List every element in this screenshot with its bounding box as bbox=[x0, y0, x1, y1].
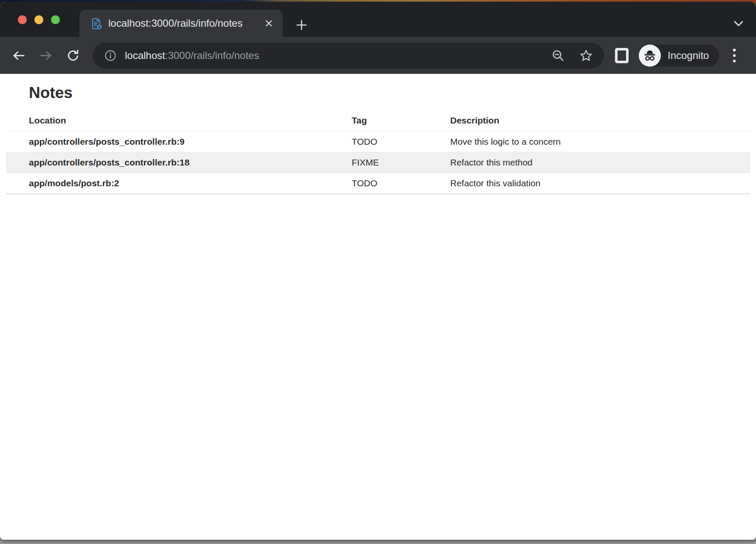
magnifier-minus-icon[interactable] bbox=[550, 47, 567, 64]
chevron-down-icon[interactable] bbox=[733, 20, 744, 28]
description-cell: Refactor this method bbox=[427, 152, 750, 173]
browser-window: localhost:3000/rails/info/notes bbox=[0, 2, 756, 540]
location-cell: app/controllers/posts_controller.rb:18 bbox=[6, 152, 329, 173]
incognito-label: Incognito bbox=[668, 50, 709, 62]
arrow-left-icon[interactable] bbox=[9, 46, 28, 65]
screen: localhost:3000/rails/info/notes bbox=[0, 0, 756, 544]
table-header: Location Tag Description bbox=[6, 102, 750, 132]
description-cell: Move this logic to a concern bbox=[427, 132, 750, 152]
incognito-icon bbox=[639, 45, 661, 67]
close-window-button[interactable] bbox=[18, 15, 27, 24]
location-cell: app/controllers/posts_controller.rb:9 bbox=[6, 132, 329, 152]
page-title: Notes bbox=[29, 84, 756, 102]
side-panel-glyph bbox=[615, 48, 629, 63]
table-row: app/controllers/posts_controller.rb:18 F… bbox=[6, 152, 750, 173]
star-icon[interactable] bbox=[578, 47, 595, 64]
incognito-badge[interactable]: Incognito bbox=[639, 45, 719, 67]
side-panel-square-icon[interactable] bbox=[612, 46, 631, 65]
browser-toolbar: localhost:3000/rails/info/notes bbox=[0, 37, 756, 74]
description-cell: Refactor this validation bbox=[427, 173, 750, 194]
url-path: :3000/rails/info/notes bbox=[165, 50, 259, 61]
web-page: Notes Location Tag Description bbox=[0, 74, 756, 540]
minimize-window-button[interactable] bbox=[34, 15, 43, 24]
column-header-tag: Tag bbox=[329, 102, 427, 132]
url-text[interactable]: localhost:3000/rails/info/notes bbox=[125, 50, 550, 62]
column-header-description: Description bbox=[427, 102, 750, 132]
reload-icon[interactable] bbox=[64, 46, 82, 65]
column-header-location: Location bbox=[6, 102, 329, 132]
browser-tab[interactable]: localhost:3000/rails/info/notes bbox=[79, 10, 283, 37]
window-controls bbox=[18, 15, 60, 24]
close-icon[interactable] bbox=[262, 17, 275, 30]
table-row: app/controllers/posts_controller.rb:9 TO… bbox=[6, 132, 750, 152]
tag-cell: TODO bbox=[329, 173, 427, 194]
tag-cell: FIXME bbox=[329, 152, 427, 173]
tab-strip: localhost:3000/rails/info/notes bbox=[0, 2, 756, 37]
arrow-right-icon[interactable] bbox=[37, 46, 55, 65]
plus-icon[interactable] bbox=[293, 17, 310, 34]
url-host: localhost bbox=[125, 50, 165, 61]
address-bar[interactable]: localhost:3000/rails/info/notes bbox=[93, 42, 604, 69]
table-row: app/models/post.rb:2 TODO Refactor this … bbox=[6, 173, 750, 194]
maximize-window-button[interactable] bbox=[51, 15, 60, 24]
tab-title: localhost:3000/rails/info/notes bbox=[108, 17, 262, 29]
three-dots-icon[interactable] bbox=[726, 46, 743, 65]
tag-cell: TODO bbox=[329, 132, 427, 152]
info-icon[interactable] bbox=[102, 47, 119, 64]
location-cell: app/models/post.rb:2 bbox=[6, 173, 329, 194]
document-heart-icon bbox=[90, 17, 103, 30]
table-body: app/controllers/posts_controller.rb:9 TO… bbox=[6, 132, 750, 194]
notes-table: Location Tag Description app/controllers… bbox=[6, 102, 750, 194]
